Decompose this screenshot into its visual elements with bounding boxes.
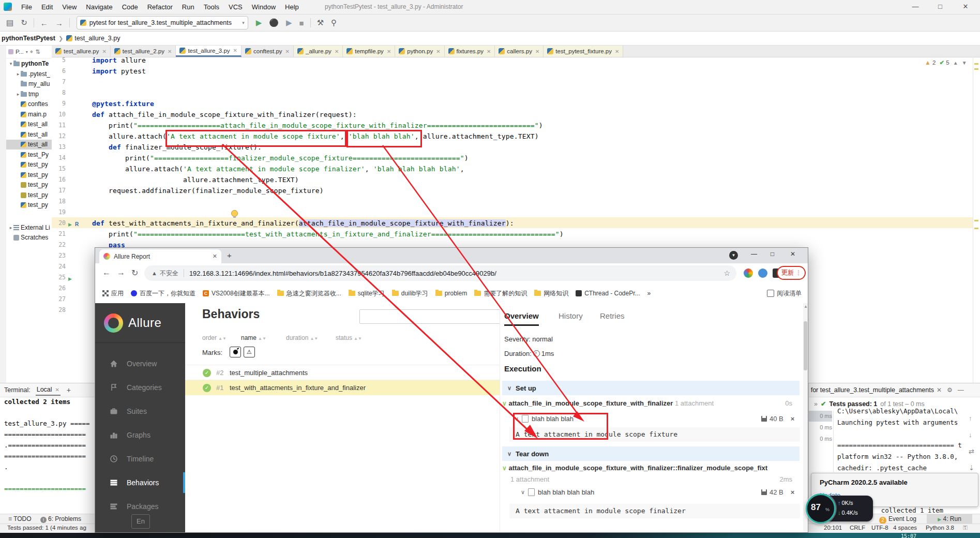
- test-duration[interactable]: 0 ms: [809, 422, 832, 433]
- browser-tab[interactable]: Allure Report ✕: [99, 249, 221, 263]
- chrome-account-icon[interactable]: [744, 268, 753, 278]
- maximize-button[interactable]: □: [932, 1, 948, 12]
- close-tab-icon[interactable]: ✕: [335, 49, 339, 54]
- tree-item--pytest_[interactable]: ▸.pytest_: [6, 69, 52, 79]
- not-secure-label[interactable]: 不安全: [160, 269, 178, 278]
- menu-item-tools[interactable]: Tools: [199, 0, 224, 14]
- bookmark-item[interactable]: CVS2008创建最基本...: [203, 289, 270, 298]
- tree-item-test_all[interactable]: test_all: [6, 119, 52, 129]
- tree-item-test_py[interactable]: test_py: [6, 170, 52, 180]
- menu-item-run[interactable]: Run: [177, 0, 199, 14]
- bookmark-item[interactable]: 网络知识: [534, 289, 568, 298]
- setup-attachment-meta[interactable]: 40 B ×: [761, 415, 794, 423]
- forward-icon[interactable]: →: [55, 19, 63, 27]
- scroll-end-icon[interactable]: ⇣: [969, 464, 974, 472]
- tree-item-test_py[interactable]: test_py: [6, 180, 52, 190]
- menu-item-vcs[interactable]: VCS: [224, 0, 247, 14]
- python-interpreter[interactable]: Python 3.8: [926, 525, 954, 531]
- problems-button[interactable]: !6: Problems: [40, 514, 81, 524]
- close-tab-icon[interactable]: ✕: [102, 49, 106, 54]
- coverage-run-icon[interactable]: ▶: [286, 18, 292, 27]
- gear-icon[interactable]: ⚙: [947, 386, 953, 394]
- menu-item-view[interactable]: View: [57, 0, 81, 14]
- run-configuration-select[interactable]: pytest for test_allure_3.test_multiple_a…: [77, 16, 248, 29]
- menu-item-navigate[interactable]: Navigate: [81, 0, 117, 14]
- tab-overview[interactable]: Overview: [504, 311, 539, 326]
- close-icon[interactable]: ✕: [937, 386, 942, 394]
- hide-icon[interactable]: —: [958, 386, 964, 394]
- tree-item-main-p[interactable]: main.p: [6, 110, 52, 119]
- line-separator[interactable]: CRLF: [850, 525, 865, 531]
- menu-item-refactor[interactable]: Refactor: [143, 0, 177, 14]
- caret-position[interactable]: 20:101: [824, 525, 842, 531]
- sidebar-item-behaviors[interactable]: Behaviors: [95, 471, 185, 495]
- browser-back-icon[interactable]: ←: [102, 268, 111, 277]
- browser-profile-icon[interactable]: ▼: [729, 251, 738, 260]
- address-bar[interactable]: ▲ 不安全 192.168.3.121:14696/index.html#beh…: [144, 265, 736, 281]
- close-tab-icon[interactable]: ✕: [233, 48, 237, 53]
- bookmark-item[interactable]: problem: [435, 290, 467, 297]
- close-icon[interactable]: ✕: [54, 387, 59, 393]
- bookmark-star-icon[interactable]: ☆: [723, 269, 730, 277]
- setup-step-row[interactable]: ∨ attach_file_in_module_scope_fixture_wi…: [502, 399, 800, 407]
- browser-minimize-button[interactable]: —: [751, 250, 757, 258]
- tab-history[interactable]: History: [559, 311, 583, 320]
- bookmark-item[interactable]: duilib学习: [392, 289, 428, 298]
- sidebar-item-overview[interactable]: Overview: [95, 352, 185, 376]
- tree-item-Scratches[interactable]: Scratches: [6, 233, 52, 243]
- menu-item-window[interactable]: Window: [247, 0, 280, 14]
- chrome-update-button[interactable]: 更新 ⋮: [777, 266, 806, 280]
- detail-scrollbar[interactable]: ▲: [803, 303, 808, 532]
- tree-item-tmp[interactable]: ▸tmp: [6, 89, 52, 99]
- debug-button[interactable]: ⚫: [269, 18, 279, 27]
- close-button[interactable]: ✕: [958, 1, 973, 12]
- sync-icon[interactable]: ↻: [21, 18, 27, 27]
- expand-icon[interactable]: ×: [791, 488, 795, 496]
- menu-item-edit[interactable]: Edit: [37, 0, 57, 14]
- extension-circle-icon[interactable]: [758, 268, 767, 278]
- sidebar-item-suites[interactable]: Suites: [95, 399, 185, 423]
- back-icon[interactable]: ←: [40, 19, 48, 27]
- teardown-attachment-row[interactable]: ∨ blah blah blah blah: [521, 488, 594, 496]
- event-log-button[interactable]: 2Event Log: [879, 514, 916, 524]
- tree-item-test_all[interactable]: test_all: [6, 140, 52, 150]
- setup-section[interactable]: ∨Set up: [502, 381, 800, 395]
- file-encoding[interactable]: UTF-8: [871, 525, 888, 531]
- close-tab-icon[interactable]: ✕: [535, 49, 539, 54]
- browser-maximize-button[interactable]: □: [771, 250, 774, 258]
- close-tab-icon[interactable]: ✕: [436, 49, 440, 54]
- save-icon[interactable]: ▤: [6, 18, 13, 27]
- close-tab-icon[interactable]: ✕: [213, 253, 217, 260]
- bookmark-item[interactable]: »: [647, 290, 651, 297]
- terminal-tab-local[interactable]: Local ✕: [36, 384, 61, 396]
- tree-item-pythonTe[interactable]: ▾pythonTe: [6, 59, 52, 69]
- tree-item-conftes[interactable]: conftes: [6, 99, 52, 109]
- scroll-up-icon[interactable]: ↑: [969, 414, 972, 422]
- project-panel-header[interactable]: P... ▾ ⌖ ⇅: [6, 46, 52, 58]
- column-header-duration[interactable]: duration▲▼: [286, 334, 318, 341]
- bookmark-item[interactable]: 急速之窗浏览器收...: [277, 289, 341, 298]
- close-tab-icon[interactable]: ✕: [168, 49, 172, 54]
- close-tab-icon[interactable]: ✕: [285, 49, 290, 54]
- sidebar-item-categories[interactable]: Categories: [95, 376, 185, 399]
- bookmark-item[interactable]: sqlite学习: [349, 289, 385, 298]
- indent-setting[interactable]: 4 spaces: [893, 525, 917, 531]
- menu-item-code[interactable]: Code: [117, 0, 143, 14]
- stop-icon[interactable]: ■: [299, 19, 304, 27]
- sidebar-item-graphs[interactable]: Graphs: [95, 423, 185, 447]
- breadcrumb-root[interactable]: pythonTestPytest: [2, 35, 55, 42]
- tree-item-test_Py[interactable]: test_Py: [6, 150, 52, 160]
- inspection-widget[interactable]: ▲ 2 ✔ 5 ▲ ▼: [925, 59, 967, 66]
- next-error-icon[interactable]: ▼: [962, 60, 967, 66]
- run-toolwindow-button[interactable]: ▶ 4: Run: [927, 514, 972, 524]
- teardown-section[interactable]: ∨Tear down: [502, 446, 800, 461]
- test-duration[interactable]: 0 ms: [809, 434, 832, 444]
- flaky-filter-button[interactable]: [230, 347, 241, 357]
- wrench-icon[interactable]: ⚒: [317, 18, 324, 27]
- language-button[interactable]: En: [131, 514, 150, 529]
- teardown-step-row[interactable]: ∨ attach_file_in_module_scope_fixture_wi…: [502, 464, 797, 472]
- url-text[interactable]: 192.168.3.121:14696/index.html#behaviors…: [189, 270, 724, 277]
- bookmark-item[interactable]: CThread - CodePr...: [576, 290, 640, 297]
- close-tab-icon[interactable]: ✕: [487, 49, 491, 54]
- sidebar-item-timeline[interactable]: Timeline: [95, 447, 185, 471]
